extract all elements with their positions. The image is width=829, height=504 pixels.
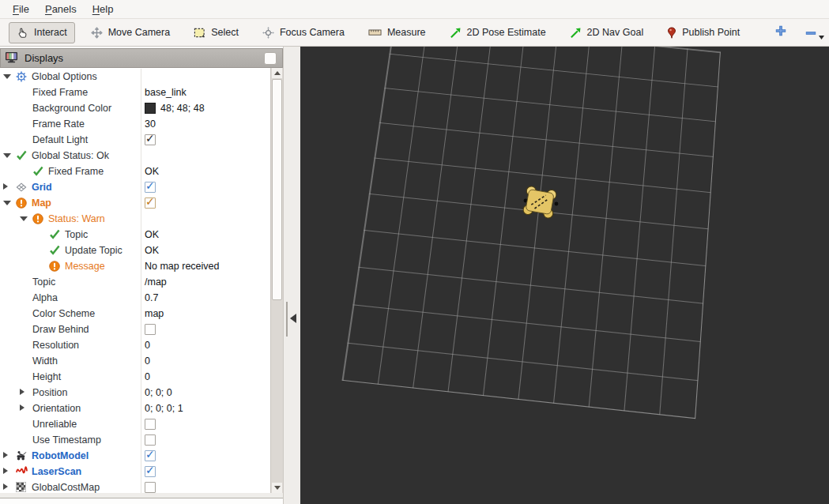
3d-viewport[interactable]: [300, 47, 829, 504]
tree-row[interactable]: GlobalCostMap: [0, 480, 271, 493]
tool-label: 2D Pose Estimate: [467, 27, 546, 38]
2d-nav-goal-button[interactable]: 2D Nav Goal: [562, 22, 652, 43]
toolbar: InteractMove CameraSelectFocus CameraMea…: [0, 19, 829, 47]
tree-row[interactable]: Position0; 0; 0: [0, 385, 271, 401]
tree-row[interactable]: Orientation0; 0; 0; 1: [0, 401, 271, 416]
tree-row[interactable]: Draw Behind: [0, 322, 271, 337]
menu-item-file[interactable]: File: [5, 1, 37, 17]
collapse-icon[interactable]: [3, 201, 11, 205]
tree-row[interactable]: Topic/map: [0, 274, 271, 290]
tree-row[interactable]: Use Timestamp: [0, 432, 271, 448]
2d-pose-estimate-button[interactable]: 2D Pose Estimate: [442, 22, 554, 43]
expand-icon[interactable]: [20, 404, 24, 411]
expand-icon[interactable]: [3, 452, 8, 458]
property-value[interactable]: 0; 0; 0: [145, 387, 172, 398]
tree-row[interactable]: Default Light: [0, 132, 271, 148]
property-value[interactable]: /map: [145, 276, 167, 288]
tree-row[interactable]: LaserScan: [0, 464, 271, 480]
visibility-checkbox[interactable]: [145, 324, 156, 335]
tool-label: Select: [211, 27, 239, 38]
property-value[interactable]: 0; 0; 0; 1: [145, 403, 183, 414]
select-button[interactable]: Select: [186, 22, 247, 43]
tool-label: Focus Camera: [280, 27, 345, 38]
visibility-checkbox[interactable]: [145, 482, 156, 493]
tree-row[interactable]: Fixed FrameOK: [0, 164, 271, 179]
visibility-checkbox[interactable]: [145, 466, 156, 477]
property-label: Unreliable: [32, 416, 77, 432]
panel-splitter[interactable]: [284, 47, 300, 504]
green-arrow-icon: [570, 27, 582, 39]
visibility-checkbox[interactable]: [145, 434, 156, 446]
robot-model: [516, 180, 563, 224]
property-label: Global Options: [32, 69, 97, 85]
property-label: Orientation: [32, 401, 81, 416]
displays-panel-header[interactable]: Displays: [0, 48, 283, 68]
menu-item-panels[interactable]: Panels: [37, 1, 85, 17]
remove-tool-button[interactable]: [799, 23, 823, 42]
visibility-checkbox[interactable]: [145, 182, 156, 193]
property-value[interactable]: 0: [145, 340, 150, 351]
color-swatch[interactable]: [145, 103, 156, 114]
property-value[interactable]: 0: [145, 371, 150, 382]
expand-icon[interactable]: [20, 389, 24, 395]
measure-button[interactable]: Measure: [360, 22, 434, 43]
tree-row[interactable]: Update TopicOK: [0, 243, 271, 258]
property-label: Update Topic: [65, 243, 122, 258]
tree-row[interactable]: Global Status: Ok: [0, 148, 271, 164]
property-label: Position: [32, 385, 67, 401]
expand-icon[interactable]: [3, 483, 8, 490]
move-camera-button[interactable]: Move Camera: [83, 22, 179, 43]
collapse-icon[interactable]: [3, 153, 11, 158]
property-value[interactable]: OK: [145, 245, 159, 256]
tree-row[interactable]: Fixed Framebase_link: [0, 85, 271, 100]
visibility-checkbox[interactable]: [145, 134, 156, 145]
add-tool-button[interactable]: [769, 22, 793, 43]
tree-row[interactable]: TopicOK: [0, 227, 271, 243]
property-value[interactable]: OK: [145, 229, 159, 240]
panel-float-button[interactable]: [264, 52, 277, 65]
expand-icon[interactable]: [3, 183, 8, 190]
splitter-handle-dots: [286, 302, 288, 337]
interact-button[interactable]: Interact: [9, 22, 75, 43]
property-value[interactable]: map: [145, 308, 164, 319]
visibility-checkbox[interactable]: [145, 450, 156, 461]
tree-scrollbar[interactable]: [270, 68, 283, 493]
tree-row[interactable]: Alpha0.7: [0, 290, 271, 306]
tree-row[interactable]: MessageNo map received: [0, 258, 271, 274]
scroll-up-button[interactable]: [272, 68, 282, 78]
tree-row[interactable]: Resolution0: [0, 337, 271, 353]
property-value[interactable]: base_link: [145, 87, 187, 98]
tree-row[interactable]: Height0: [0, 369, 271, 385]
tree-row[interactable]: Status: Warn: [0, 211, 271, 227]
property-value[interactable]: 0: [145, 355, 150, 367]
focus-camera-button[interactable]: Focus Camera: [254, 22, 352, 43]
publish-point-button[interactable]: Publish Point: [659, 22, 748, 43]
horizontal-splitter[interactable]: [0, 493, 283, 498]
tree-row[interactable]: Map: [0, 195, 271, 211]
property-label: Height: [32, 369, 61, 385]
tree-row[interactable]: Unreliable: [0, 416, 271, 432]
tree-row[interactable]: Color Schememap: [0, 306, 271, 322]
visibility-checkbox[interactable]: [145, 197, 156, 209]
expand-icon[interactable]: [3, 468, 8, 474]
collapse-icon[interactable]: [3, 74, 11, 79]
select-icon: [194, 27, 205, 39]
tree-row[interactable]: Background Color48; 48; 48: [0, 100, 271, 116]
scrollbar-thumb[interactable]: [272, 79, 282, 300]
property-value[interactable]: 30: [145, 118, 156, 130]
menu-item-help[interactable]: Help: [85, 1, 122, 17]
property-value[interactable]: OK: [145, 166, 159, 177]
collapse-icon[interactable]: [20, 216, 28, 221]
property-value[interactable]: 0.7: [145, 292, 158, 303]
property-value[interactable]: 48; 48; 48: [160, 103, 205, 114]
property-label: Draw Behind: [32, 322, 89, 337]
property-value[interactable]: No map received: [145, 261, 220, 272]
tree-row[interactable]: Global Options: [0, 69, 271, 85]
tree-row[interactable]: Width0: [0, 353, 271, 369]
tree-row[interactable]: Frame Rate30: [0, 116, 271, 132]
collapse-left-icon[interactable]: [290, 314, 296, 323]
tree-row[interactable]: RobotModel: [0, 448, 271, 464]
visibility-checkbox[interactable]: [145, 419, 156, 430]
tree-row[interactable]: Grid: [0, 179, 271, 195]
scroll-down-button[interactable]: [272, 483, 282, 493]
